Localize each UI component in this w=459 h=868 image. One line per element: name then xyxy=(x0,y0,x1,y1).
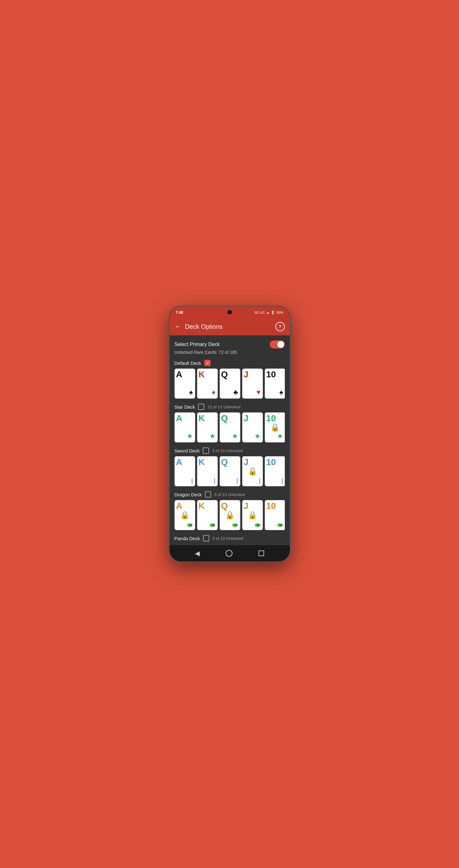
playing-card[interactable]: 10★🔒 xyxy=(265,412,285,442)
card-suit: ★ xyxy=(232,432,238,440)
deck-section-default-deck: Default DeckA♠K♦Q♣J♥10♠ xyxy=(174,360,285,399)
signal-text: 5G UC xyxy=(254,311,265,314)
playing-card[interactable]: A| xyxy=(174,456,195,486)
card-letter: A xyxy=(176,414,182,423)
card-letter: K xyxy=(199,458,205,467)
battery-icon: 🔋 xyxy=(271,311,275,315)
card-lock-icon: 🔒 xyxy=(180,511,190,520)
card-suit: | xyxy=(259,477,260,484)
card-suit: ♣ xyxy=(233,388,238,396)
playing-card[interactable]: J🐲🔒 xyxy=(242,500,263,530)
card-suit: ♠ xyxy=(189,388,193,396)
playing-card[interactable]: K★ xyxy=(197,412,218,442)
deck-checkbox[interactable] xyxy=(203,447,209,454)
playing-card[interactable]: Q♣ xyxy=(220,369,240,399)
deck-header-1: Star Deck12 of 13 Unlocked xyxy=(174,404,285,410)
battery-text: 90% xyxy=(276,311,283,314)
status-icons: 5G UC ▲ 🔋 90% xyxy=(254,311,284,315)
deck-name-label: Dragon Deck xyxy=(174,492,202,497)
cards-row: A★K★Q★J★10★🔒 xyxy=(174,412,285,442)
card-letter: 10 xyxy=(266,458,276,467)
card-suit: ♠ xyxy=(280,388,283,396)
card-suit: ★ xyxy=(277,432,283,440)
deck-name-label: Default Deck xyxy=(174,361,201,366)
playing-card[interactable]: K♦ xyxy=(197,369,218,399)
deck-checkbox[interactable] xyxy=(203,535,209,541)
card-letter: Q xyxy=(221,458,228,467)
card-suit: ★ xyxy=(187,432,193,440)
card-suit: ♦ xyxy=(212,388,215,396)
playing-card[interactable]: 10🐲 xyxy=(265,500,285,530)
card-suit: 🐲 xyxy=(187,522,193,528)
deck-checkbox[interactable] xyxy=(205,491,211,498)
card-suit: 🐲 xyxy=(254,522,261,528)
primary-deck-toggle[interactable] xyxy=(270,340,285,348)
playing-card[interactable]: A🐲🔒 xyxy=(174,500,195,530)
nav-recent-button[interactable] xyxy=(258,551,264,556)
card-suit: | xyxy=(281,477,283,484)
playing-card[interactable]: J|🔒 xyxy=(242,456,263,486)
card-letter: J xyxy=(244,458,249,467)
playing-card[interactable]: A♠ xyxy=(174,369,195,399)
deck-checkbox[interactable] xyxy=(198,404,204,410)
phone-screen: 7:48 5G UC ▲ 🔋 90% ← Deck Options ? Sele… xyxy=(170,307,290,561)
content-area: Select Primary Deck Unlocked Rare Cards:… xyxy=(170,335,290,545)
card-letter: J xyxy=(244,502,249,510)
nav-home-button[interactable] xyxy=(226,550,232,557)
deck-header-0: Default Deck xyxy=(174,360,285,366)
back-button[interactable]: ← xyxy=(174,322,181,331)
cards-row: A♠K♦Q♣J♥10♠ xyxy=(174,369,285,399)
deck-section-star-deck: Star Deck12 of 13 UnlockedA★K★Q★J★10★🔒 xyxy=(174,404,285,442)
playing-card[interactable]: J★ xyxy=(242,412,263,442)
card-suit: ★ xyxy=(254,432,261,440)
playing-card[interactable]: Q🐲🔒 xyxy=(220,500,240,530)
camera-notch xyxy=(227,310,232,314)
card-letter: K xyxy=(199,502,205,510)
deck-name-label: Star Deck xyxy=(174,404,195,410)
deck-header-3: Dragon Deck5 of 13 Unlocked xyxy=(174,491,285,498)
deck-unlock-text: 3 of 13 Unlocked xyxy=(212,448,243,453)
deck-name-label: Panda Deck xyxy=(174,536,200,541)
card-lock-icon: 🔒 xyxy=(248,467,257,476)
help-button[interactable]: ? xyxy=(276,322,285,331)
status-bar: 7:48 5G UC ▲ 🔋 90% xyxy=(170,307,290,318)
app-bar: ← Deck Options ? xyxy=(170,318,290,335)
card-letter: J xyxy=(244,414,249,423)
card-suit: | xyxy=(214,477,215,484)
card-letter: 10 xyxy=(266,502,276,510)
playing-card[interactable]: Q★ xyxy=(220,412,240,442)
card-letter: K xyxy=(199,370,205,379)
signal-icon: ▲ xyxy=(266,311,270,314)
cards-row: A|K|Q|J|🔒10| xyxy=(174,456,285,486)
card-letter: 10 xyxy=(266,414,276,423)
card-letter: Q xyxy=(221,370,228,379)
deck-name-label: Sword Deck xyxy=(174,448,200,454)
status-time: 7:48 xyxy=(176,310,183,315)
playing-card[interactable]: K| xyxy=(197,456,218,486)
cards-row: A🐲🔒K🐲Q🐲🔒J🐲🔒10🐲 xyxy=(174,500,285,530)
playing-card[interactable]: K🐲 xyxy=(197,500,218,530)
playing-card[interactable]: 10♠ xyxy=(265,369,285,399)
card-suit: 🐲 xyxy=(209,522,216,528)
deck-checkbox[interactable] xyxy=(204,360,210,366)
playing-card[interactable]: J♥ xyxy=(242,369,263,399)
decks-container: Default DeckA♠K♦Q♣J♥10♠Star Deck12 of 13… xyxy=(174,360,285,541)
deck-section-dragon-deck: Dragon Deck5 of 13 UnlockedA🐲🔒K🐲Q🐲🔒J🐲🔒10… xyxy=(174,491,285,530)
playing-card[interactable]: A★ xyxy=(174,412,195,442)
card-letter: Q xyxy=(221,414,228,423)
card-lock-icon: 🔒 xyxy=(248,511,257,520)
nav-back-button[interactable]: ◀ xyxy=(195,550,200,557)
phone-device: 7:48 5G UC ▲ 🔋 90% ← Deck Options ? Sele… xyxy=(169,306,291,562)
deck-section-panda-deck: Panda Deck0 of 13 Unlocked xyxy=(174,535,285,541)
rare-cards-text: Unlocked Rare Cards: 72 of 185 xyxy=(174,350,285,355)
card-lock-icon: 🔒 xyxy=(270,423,280,432)
playing-card[interactable]: 10| xyxy=(265,456,285,486)
card-letter: A xyxy=(176,458,182,467)
deck-section-sword-deck: Sword Deck3 of 13 UnlockedA|K|Q|J|🔒10| xyxy=(174,447,285,486)
primary-deck-row: Select Primary Deck xyxy=(174,340,285,348)
card-lock-icon: 🔒 xyxy=(225,511,235,520)
playing-card[interactable]: Q| xyxy=(220,456,240,486)
deck-header-4: Panda Deck0 of 13 Unlocked xyxy=(174,535,285,541)
deck-unlock-text: 5 of 13 Unlocked xyxy=(214,492,245,497)
deck-unlock-text: 0 of 13 Unlocked xyxy=(212,536,243,541)
